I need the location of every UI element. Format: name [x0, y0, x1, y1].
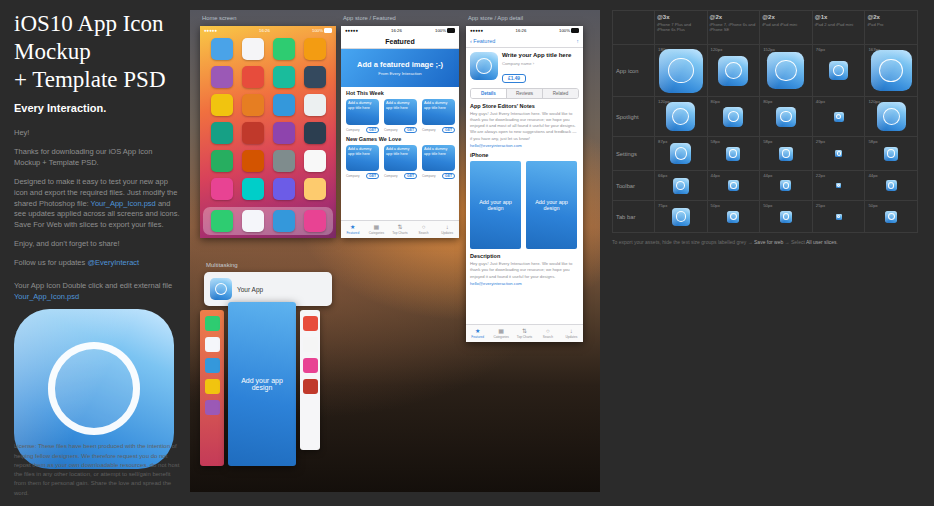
app-icon-preview[interactable]: [776, 107, 796, 127]
strip-app-icon[interactable]: [205, 358, 220, 373]
strip-app-icon[interactable]: [303, 337, 318, 352]
home-app-icon[interactable]: [242, 178, 264, 200]
grid-row: Toolbar66px44px44px22px44px: [613, 171, 918, 201]
app-icon-preview[interactable]: [728, 180, 739, 191]
app-icon-preview[interactable]: [767, 52, 804, 89]
app-icon-preview[interactable]: [871, 50, 912, 91]
strip-app-icon[interactable]: [303, 379, 318, 394]
home-app-icon[interactable]: [211, 122, 233, 144]
strip-app-icon[interactable]: [205, 379, 220, 394]
tab-details[interactable]: Details: [471, 89, 507, 98]
app-icon-preview[interactable]: [779, 147, 793, 161]
app-icon-preview[interactable]: [834, 112, 844, 122]
app-icon-preview[interactable]: [836, 214, 842, 220]
app-icon-preview[interactable]: [885, 211, 897, 223]
strip-app-icon[interactable]: [205, 400, 220, 415]
home-app-icon[interactable]: [273, 178, 295, 200]
app-icon-preview[interactable]: [780, 211, 792, 223]
home-app-icon[interactable]: [242, 66, 264, 88]
tabbar-item-categories[interactable]: ▦Categories: [489, 325, 512, 342]
app-card[interactable]: Add a dummy app title hereCompanyGET: [384, 145, 417, 179]
app-icon-preview[interactable]: [673, 178, 689, 194]
home-app-icon[interactable]: [304, 178, 326, 200]
app-card[interactable]: Add a dummy app title hereCompanyGET: [422, 145, 455, 179]
tabbar-item-updates[interactable]: ↓Updates: [435, 221, 459, 238]
app-icon-preview[interactable]: [672, 208, 690, 226]
app-icon-preview[interactable]: [666, 102, 695, 131]
home-app-icon[interactable]: [273, 122, 295, 144]
app-card-company: Company: [384, 174, 398, 178]
app-card[interactable]: Add a dummy app title hereCompanyGET: [422, 99, 455, 133]
home-app-icon[interactable]: [211, 94, 233, 116]
get-button[interactable]: GET: [404, 173, 417, 179]
home-app-icon[interactable]: [273, 150, 295, 172]
home-app-icon[interactable]: [211, 150, 233, 172]
tabbar-item-featured[interactable]: ★Featured: [466, 325, 489, 342]
psd-file-link[interactable]: Your_App_Icon.psd: [91, 199, 156, 208]
tab-related[interactable]: Related: [543, 89, 578, 98]
app-card[interactable]: Add a dummy app title hereCompanyGET: [346, 145, 379, 179]
home-app-icon[interactable]: [273, 38, 295, 60]
tabbar-item-top-charts[interactable]: ⇅Top Charts: [388, 221, 412, 238]
app-icon-preview[interactable]: [727, 211, 739, 223]
strip-app-icon[interactable]: [303, 358, 318, 373]
dock-app-icon[interactable]: [211, 210, 233, 232]
dock-app-icon[interactable]: [242, 210, 264, 232]
strip-app-icon[interactable]: [205, 316, 220, 331]
app-icon-preview[interactable]: [659, 49, 703, 93]
get-button[interactable]: GET: [366, 127, 379, 133]
tabbar-item-categories[interactable]: ▦Categories: [365, 221, 389, 238]
home-app-icon[interactable]: [211, 38, 233, 60]
app-card[interactable]: Add a dummy app title hereCompanyGET: [384, 99, 417, 133]
app-icon-preview[interactable]: [726, 147, 740, 161]
app-icon-preview[interactable]: [718, 56, 748, 86]
home-app-icon[interactable]: [242, 94, 264, 116]
back-button[interactable]: ‹ Featured: [470, 38, 495, 44]
tabbar-item-search[interactable]: ○Search: [536, 325, 559, 342]
home-app-icon[interactable]: [211, 66, 233, 88]
your-app-icon[interactable]: [210, 278, 232, 300]
tabbar-item-search[interactable]: ○Search: [412, 221, 436, 238]
app-icon-preview[interactable]: [670, 143, 691, 164]
app-icon-preview[interactable]: [723, 107, 743, 127]
app-icon-preview[interactable]: [884, 147, 898, 161]
featured-banner[interactable]: Add a featured image ;-) From Every Inte…: [341, 49, 459, 87]
tabbar-item-featured[interactable]: ★Featured: [341, 221, 365, 238]
price-button[interactable]: £1.49: [502, 74, 526, 83]
dock-app-icon[interactable]: [304, 210, 326, 232]
home-app-icon[interactable]: [304, 150, 326, 172]
home-app-icon[interactable]: [304, 38, 326, 60]
share-icon[interactable]: ↑: [576, 38, 579, 44]
get-button[interactable]: GET: [404, 127, 417, 133]
psd-file-link[interactable]: Your_App_Icon.psd: [14, 292, 79, 301]
get-button[interactable]: GET: [442, 127, 455, 133]
app-icon-preview[interactable]: [877, 102, 906, 131]
get-button[interactable]: GET: [442, 173, 455, 179]
app-icon-preview[interactable]: [836, 183, 841, 188]
contact-link[interactable]: hello@everyinteraction.com: [470, 281, 579, 286]
app-icon-preview[interactable]: [886, 180, 897, 191]
home-app-icon[interactable]: [242, 38, 264, 60]
contact-link[interactable]: hello@everyinteraction.com: [470, 143, 579, 148]
strip-app-icon[interactable]: [303, 316, 318, 331]
home-app-icon[interactable]: [242, 150, 264, 172]
app-card[interactable]: Add a dummy app title hereCompanyGET: [346, 99, 379, 133]
app-icon-preview[interactable]: [829, 61, 848, 80]
home-app-icon[interactable]: [273, 94, 295, 116]
home-app-icon[interactable]: [304, 66, 326, 88]
home-app-icon[interactable]: [304, 94, 326, 116]
tabbar-item-top-charts[interactable]: ⇅Top Charts: [513, 325, 536, 342]
get-button[interactable]: GET: [366, 173, 379, 179]
home-app-icon[interactable]: [211, 178, 233, 200]
app-company[interactable]: Company name ›: [502, 61, 571, 66]
tabbar-item-updates[interactable]: ↓Updates: [560, 325, 583, 342]
strip-app-icon[interactable]: [205, 337, 220, 352]
home-app-icon[interactable]: [242, 122, 264, 144]
dock-app-icon[interactable]: [273, 210, 295, 232]
app-icon-preview[interactable]: [780, 180, 791, 191]
tab-reviews[interactable]: Reviews: [507, 89, 543, 98]
home-app-icon[interactable]: [304, 122, 326, 144]
app-icon-preview[interactable]: [835, 150, 842, 157]
home-app-icon[interactable]: [273, 66, 295, 88]
twitter-link[interactable]: @EveryInteract: [87, 258, 139, 267]
